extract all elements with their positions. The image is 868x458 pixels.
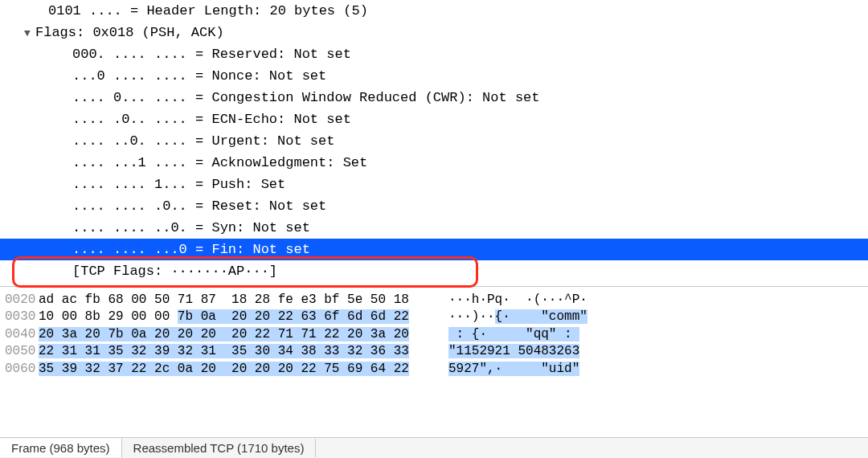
- hex-bytes[interactable]: 35 39 32 37 22 2c 0a 20 20 20 20 22 75 6…: [39, 361, 440, 378]
- hex-ascii: ···h·Pq· ·(···^P·: [440, 292, 588, 309]
- tree-flag-nonce[interactable]: ...0 .... .... = Nonce: Not set: [0, 65, 868, 87]
- tree-header-length[interactable]: 0101 .... = Header Length: 20 bytes (5): [0, 0, 868, 22]
- tree-flag-ecn[interactable]: .... .0.. .... = ECN-Echo: Not set: [0, 108, 868, 130]
- hex-row[interactable]: 0020 ad ac fb 68 00 50 71 87 18 28 fe e3…: [0, 292, 868, 309]
- tree-flag-urgent[interactable]: .... ..0. .... = Urgent: Not set: [0, 130, 868, 152]
- tree-flag-push[interactable]: .... .... 1... = Push: Set: [0, 174, 868, 195]
- tree-flag-ack[interactable]: .... ...1 .... = Acknowledgment: Set: [0, 152, 868, 174]
- hex-offset: 0050: [0, 343, 39, 360]
- hex-ascii: ···)··{· "comm": [440, 309, 588, 325]
- hex-row[interactable]: 0030 10 00 8b 29 00 00 7b 0a 20 20 22 63…: [0, 309, 868, 325]
- tree-flags-header[interactable]: ▼Flags: 0x018 (PSH, ACK): [0, 22, 868, 43]
- hex-dump-pane[interactable]: 0020 ad ac fb 68 00 50 71 87 18 28 fe e3…: [0, 286, 868, 378]
- tree-flag-cwr[interactable]: .... 0... .... = Congestion Window Reduc…: [0, 87, 868, 108]
- hex-row[interactable]: 0040 20 3a 20 7b 0a 20 20 20 20 22 71 71…: [0, 326, 868, 343]
- hex-ascii: "1152921 50483263: [440, 343, 579, 360]
- hex-bytes[interactable]: 10 00 8b 29 00 00 7b 0a 20 20 22 63 6f 6…: [39, 309, 440, 325]
- byte-view-tabs: Frame (968 bytes) Reassembled TCP (1710 …: [0, 437, 868, 458]
- hex-ascii: 5927",· "uid": [440, 361, 579, 378]
- tree-flag-reset[interactable]: .... .... .0.. = Reset: Not set: [0, 195, 868, 217]
- hex-offset: 0020: [0, 292, 39, 309]
- hex-bytes[interactable]: ad ac fb 68 00 50 71 87 18 28 fe e3 bf 5…: [39, 292, 440, 309]
- tree-flags-label: Flags: 0x018 (PSH, ACK): [35, 25, 224, 40]
- hex-offset: 0030: [0, 309, 39, 325]
- tree-tcp-flags-summary[interactable]: [TCP Flags: ·······AP···]: [0, 260, 868, 282]
- tree-flag-reserved[interactable]: 000. .... .... = Reserved: Not set: [0, 43, 868, 65]
- expand-arrow-icon[interactable]: ▼: [19, 22, 35, 44]
- packet-details-tree[interactable]: 0101 .... = Header Length: 20 bytes (5) …: [0, 0, 868, 282]
- tab-reassembled-tcp[interactable]: Reassembled TCP (1710 bytes): [122, 439, 317, 457]
- hex-row[interactable]: 0050 22 31 31 35 32 39 32 31 35 30 34 38…: [0, 343, 868, 360]
- hex-bytes[interactable]: 20 3a 20 7b 0a 20 20 20 20 22 71 71 22 2…: [39, 326, 440, 343]
- tree-flag-fin[interactable]: .... .... ...0 = Fin: Not set: [0, 239, 868, 260]
- tree-flag-syn[interactable]: .... .... ..0. = Syn: Not set: [0, 217, 868, 239]
- hex-offset: 0060: [0, 361, 39, 378]
- hex-offset: 0040: [0, 326, 39, 343]
- hex-ascii: : {· "qq" :: [440, 326, 579, 343]
- tab-frame[interactable]: Frame (968 bytes): [0, 439, 122, 457]
- hex-bytes[interactable]: 22 31 31 35 32 39 32 31 35 30 34 38 33 3…: [39, 343, 440, 360]
- hex-row[interactable]: 0060 35 39 32 37 22 2c 0a 20 20 20 20 22…: [0, 361, 868, 378]
